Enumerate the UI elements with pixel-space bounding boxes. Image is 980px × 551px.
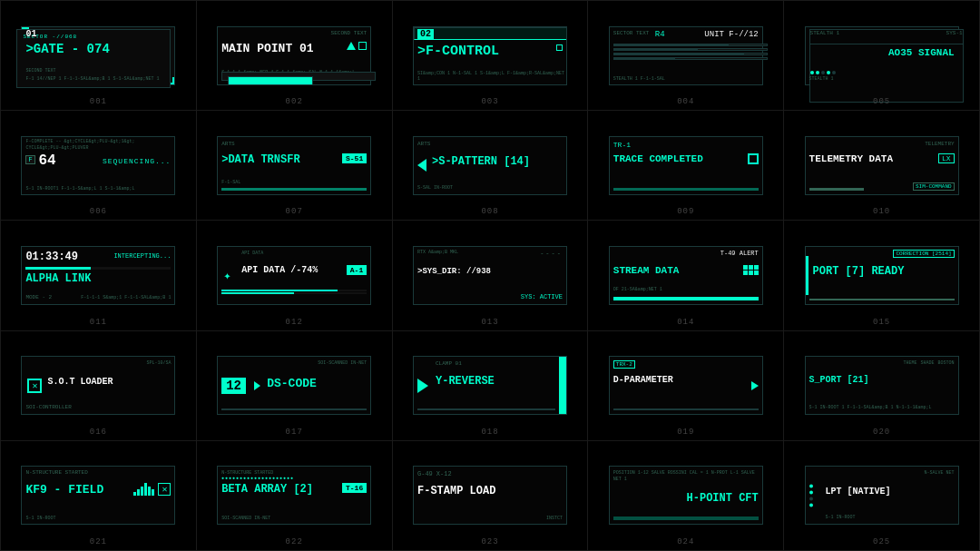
main-text: S.O.T LOADER: [47, 377, 113, 387]
widget-002: SECOND TEXT MAIN POINT 01 S-1-1-1 &amp; …: [217, 26, 371, 85]
cell-001: SECTOR -//068 01 >GATE - 074 SECOND TEXT…: [1, 1, 197, 111]
top-label: TELEMETRY: [925, 141, 954, 147]
clamp-label: CLAMP 01: [436, 360, 462, 367]
cell-number-011: 011: [90, 318, 107, 327]
dot4: [827, 71, 830, 74]
dots-bar: ●●●●●●●●●●●●●●●●●●●●: [221, 476, 367, 481]
widget-005: STEALTH 1 SYS-1 AO35 SIGNAL STEALTH 1: [805, 26, 959, 85]
main-text: >F-CONTROL: [417, 44, 499, 59]
arrow-left-icon: [417, 159, 426, 172]
label-shade: SHADE: [921, 360, 935, 366]
cell-018: CLAMP 01 Y-REVERSE 018: [393, 331, 589, 441]
intercept-text: INTERCEPTING...: [113, 252, 171, 260]
cell-020: THEME SHADE BOSTON S_PORT [21] S-1 IN-RO…: [784, 331, 980, 441]
gd1: [743, 265, 748, 270]
widget-006: F-COMPLETE -- &gt;CYCLE&gt;PLU-&gt;1&gt;…: [21, 136, 175, 195]
main-text: TRACE COMPLETED: [613, 153, 746, 164]
sub-lines: SI&amp;CON 1 N-1-SAL 1 S-1&amp;L F-1&amp…: [417, 71, 566, 82]
badge1: G-49: [417, 470, 433, 477]
pb1-fill: [614, 44, 729, 46]
badge: A-1: [347, 265, 367, 275]
top-label: SOI-SCANNED IN-NET: [318, 360, 367, 366]
dots-left: [809, 484, 813, 507]
top-label: SECTOR TEXT: [613, 30, 650, 36]
main-text: >GATE - 074: [25, 42, 109, 56]
widget-023: G-49 X-12 F-STAMP LOAD INSTCT: [413, 466, 567, 525]
top-text: N-SALVE NET: [925, 470, 955, 476]
gd3: [754, 265, 759, 270]
cell-number-004: 004: [677, 97, 694, 106]
cell-025: N-SALVE NET LPT [NATIVE] S-1 IN-ROOT 025: [784, 441, 980, 551]
widget-004: SECTOR TEXT R4 UNIT F-//12 STEALTH 1 F-1…: [609, 26, 763, 85]
num-badge: 12: [221, 378, 246, 394]
bottom-bar: [221, 188, 367, 191]
top-bar: ARTS: [414, 27, 567, 40]
main-text: PORT [7] READY: [813, 265, 955, 278]
widget-001: SECTOR -//068 01 >GATE - 074 SECOND TEXT…: [21, 26, 175, 85]
dot3: [821, 71, 825, 74]
main-grid: SECTOR -//068 01 >GATE - 074 SECOND TEXT…: [0, 0, 980, 551]
num-label: 01: [25, 29, 36, 39]
sub-text: SIM-COMMAND: [913, 182, 955, 191]
bottom-text: F-1-SAL: [221, 180, 240, 185]
cell-number-023: 023: [481, 537, 498, 546]
badge2: X-12: [436, 470, 452, 477]
main-text: STREAM DATA: [613, 265, 680, 276]
main-text: D-PARAMETER: [613, 375, 744, 385]
bv4: [144, 483, 147, 496]
main-text: H-POINT CFT: [687, 492, 759, 505]
tr-badge: TR-1: [613, 141, 631, 149]
bottom-bars: [221, 290, 367, 295]
square-icon: [556, 44, 563, 51]
cell-008: ARTS >S-PATTERN [14] S-SAL IN-ROOT 008: [393, 111, 589, 221]
top-lines: RTX A&amp;B MKL: [417, 250, 458, 256]
top-labels: THEME SHADE BOSTON: [904, 360, 955, 366]
sub-text: STEALTH 1: [809, 76, 834, 82]
widget-021: N-STRUCTURE STARTED KF9 - FIELD ✕ S-1 IN…: [21, 466, 175, 525]
sub-lines: OF 21-SA&amp;NET 1: [613, 287, 662, 293]
main-text: >DATA TRNSFR: [221, 153, 299, 166]
bv1: [133, 492, 136, 496]
widget-013: RTX A&amp;B MKL ---- >SYS_DIR: //938 SYS…: [413, 246, 567, 305]
gd2: [749, 265, 753, 270]
star-icon: ✦: [223, 268, 230, 283]
alpha-link: ALPHA LINK: [25, 272, 91, 285]
pb4-fill: [614, 58, 675, 60]
main-text: S_PORT [21]: [809, 375, 869, 385]
pb3: [613, 53, 768, 55]
cell-016: SPL-10/SA ✕ S.O.T LOADER SOI-CONTROLLER …: [1, 331, 197, 441]
cell-number-013: 013: [481, 318, 498, 327]
widget-022: N-STRUCTURE STARTED ●●●●●●●●●●●●●●●●●●●●…: [217, 466, 371, 525]
top-badges: G-49 X-12: [417, 470, 452, 477]
cell-number-008: 008: [481, 207, 498, 216]
bottom-bar: [613, 408, 759, 410]
gd4: [743, 271, 748, 275]
cell-012: API DATA ✦ API DATA /-74% A-1 012: [197, 221, 393, 330]
cell-number-025: 025: [873, 537, 890, 546]
dashes: ----: [540, 250, 563, 257]
widget-024: POSITION 1-12 SALVE ROSSINI CAL = 1 N-PR…: [609, 466, 763, 525]
widget-011: 01:33:49 INTERCEPTING... ALPHA LINK MODE…: [21, 246, 175, 305]
pb3-fill: [614, 54, 744, 55]
alert-text: T-49 ALERT: [720, 250, 759, 257]
bottom-bar: [809, 188, 864, 191]
top-tag: ARTS: [221, 141, 234, 147]
pb2: [613, 48, 768, 51]
cell-006: F-COMPLETE -- &gt;CYCLE&gt;PLU-&gt;1&gt;…: [1, 111, 197, 221]
gd5: [749, 271, 753, 275]
seq-text: SEQUENCING...: [103, 157, 171, 165]
cell-007: ARTS >DATA TRNSFR S-51 F-1-SAL 007: [197, 111, 393, 221]
bottom-bar: [809, 299, 955, 300]
corner-marks: F-1-1-1 S&amp;1 F-1-1-SAL&amp;B 1: [81, 295, 171, 300]
cell-023: G-49 X-12 F-STAMP LOAD INSTCT 023: [393, 441, 589, 551]
sub-text: STEALTH 1 F-1-1-SAL: [613, 76, 665, 82]
bar: [613, 188, 759, 191]
arrow-icon: [254, 381, 260, 390]
bottom-text: S-1 IN-ROOT: [25, 516, 55, 521]
pb4: [613, 57, 768, 60]
cell-011: 01:33:49 INTERCEPTING... ALPHA LINK MODE…: [1, 221, 197, 330]
cell-021: N-STRUCTURE STARTED KF9 - FIELD ✕ S-1 IN…: [1, 441, 197, 551]
cell-number-015: 015: [873, 318, 890, 327]
widget-019: TRX-2 D-PARAMETER: [609, 356, 763, 415]
bottom-bar: [613, 517, 759, 520]
